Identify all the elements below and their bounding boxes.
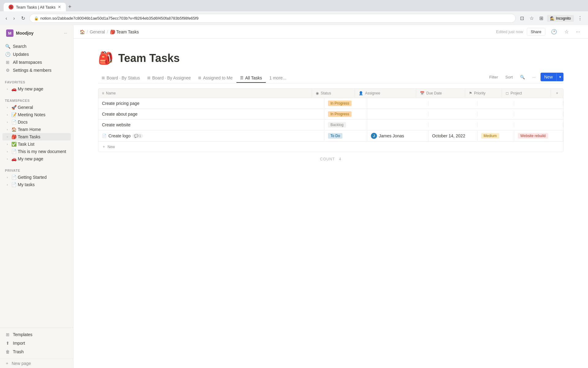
sidebar-item-team-tasks[interactable]: › 🎒 Team Tasks xyxy=(2,133,71,140)
browser-tab-active[interactable]: N Team Tasks | All Tasks × xyxy=(4,3,66,11)
row-1-project-cell xyxy=(514,101,563,106)
sort-button[interactable]: Sort xyxy=(503,74,515,81)
tab-assigned-to-me[interactable]: ⊞ Assigned to Me xyxy=(194,74,236,83)
status-col-label: Status xyxy=(321,91,331,95)
lock-icon: 🔒 xyxy=(34,16,39,21)
add-new-row-button[interactable]: ＋ New xyxy=(98,142,563,152)
templates-button[interactable]: ⊞ Templates xyxy=(2,330,71,339)
sidebar-item-settings[interactable]: ⚙ Settings & members xyxy=(2,66,71,74)
sidebar-item-updates[interactable]: 🕐 Updates xyxy=(2,50,71,58)
row-4-due-date: October 14, 2022 xyxy=(432,133,465,138)
sidebar-item-my-new-page[interactable]: › 🚗 My new page xyxy=(2,85,71,93)
sidebar-item-search[interactable]: 🔍 Search xyxy=(2,42,71,50)
trash-button[interactable]: 🗑 Trash xyxy=(2,347,71,356)
new-page-button[interactable]: ＋ New page xyxy=(0,358,73,368)
table-row[interactable]: 📄 Create logo 💬 1 To Do J James Jonas xyxy=(98,130,563,142)
back-button[interactable]: ‹ xyxy=(4,14,9,22)
url-text: notion.so/2abbade7c80046b1ae50d1a75ecc70… xyxy=(40,16,199,21)
table-row[interactable]: Create about page In Progress xyxy=(98,109,563,120)
col-due-date: 📅 Due Date xyxy=(416,89,465,98)
due-col-icon: 📅 xyxy=(420,91,424,95)
sidebar-item-team-home[interactable]: › 🏠 Team Home xyxy=(2,126,71,133)
more-options-icon[interactable]: ⋮ xyxy=(576,14,584,22)
extension-icon[interactable]: ⊞ xyxy=(537,14,545,22)
team-tasks-label: Team Tasks xyxy=(18,134,68,139)
more-topbar-icon[interactable]: ··· xyxy=(574,28,582,36)
sidebar-item-meeting-notes[interactable]: › 📝 Meeting Notes xyxy=(2,111,71,118)
view-tabs: ⊞ Board · By Status ⊞ Board · By Assigne… xyxy=(98,73,564,83)
breadcrumb-sep: / xyxy=(87,29,88,34)
sidebar-item-getting-started[interactable]: › 📄 Getting Started xyxy=(2,174,71,181)
search-icon-button[interactable]: 🔍 xyxy=(518,74,527,81)
row-4-project-badge: Website rebuild xyxy=(518,133,548,139)
app-container: M Moodjoy ··· 🔍 Search 🕐 Updates ⊞ All t… xyxy=(0,25,588,368)
getting-started-icon: 📄 xyxy=(11,175,17,180)
row-2-status-badge: In Progress xyxy=(328,111,352,117)
refresh-button[interactable]: ↻ xyxy=(19,14,27,22)
more-actions-button[interactable]: ··· xyxy=(530,74,538,81)
forward-button[interactable]: › xyxy=(11,14,17,22)
board-status-label: Board · By Status xyxy=(107,75,140,80)
share-button[interactable]: Share xyxy=(527,28,545,36)
new-document-icon: 📄 xyxy=(11,149,17,154)
row-2-due-cell xyxy=(428,112,477,117)
table-row[interactable]: Create pricing page In Progress xyxy=(98,98,563,109)
row-1-priority-cell xyxy=(477,101,514,106)
star-icon[interactable]: ☆ xyxy=(528,14,536,22)
private-section-title: Private xyxy=(2,169,71,172)
add-column-button[interactable]: + xyxy=(551,89,563,98)
add-new-row-plus: ＋ xyxy=(102,144,106,149)
row-2-status-cell: In Progress xyxy=(324,109,367,119)
sidebar-item-my-tasks[interactable]: › 📄 My tasks xyxy=(2,181,71,188)
sidebar-item-my-new-page-2[interactable]: › 🚗 My new page xyxy=(2,155,71,163)
sidebar-item-task-list[interactable]: › ✅ Task List xyxy=(2,140,71,148)
settings-icon: ⚙ xyxy=(5,68,10,73)
sidebar-item-general[interactable]: › 🚀 General xyxy=(2,104,71,111)
row-4-comment-badge: 💬 1 xyxy=(132,134,143,138)
import-button[interactable]: ⬆ Import xyxy=(2,339,71,347)
sidebar-item-new-document[interactable]: › 📄 This is my new document xyxy=(2,148,71,155)
import-icon: ⬆ xyxy=(5,341,10,346)
comment-icon: 💬 xyxy=(134,134,138,138)
my-tasks-label: My tasks xyxy=(18,182,68,187)
priority-col-label: Priority xyxy=(474,91,485,95)
more-tabs-button[interactable]: 1 more... xyxy=(266,74,290,82)
new-record-dropdown-button[interactable]: ▾ xyxy=(556,73,564,81)
database-table: ≡ Name ◉ Status 👤 Assignee 📅 Due Date xyxy=(98,88,564,152)
col-priority: ⚑ Priority xyxy=(465,89,502,98)
row-3-status-cell: Backlog xyxy=(324,120,367,130)
page-emoji: 🎒 xyxy=(98,51,113,65)
row-4-assignee-cell: J James Jonas xyxy=(367,130,428,141)
table-row[interactable]: Create website Backlog xyxy=(98,120,563,130)
clock-icon[interactable]: 🕐 xyxy=(549,28,559,36)
row-4-name: Create logo xyxy=(108,133,130,138)
new-tab-button[interactable]: + xyxy=(66,2,74,11)
close-tab-button[interactable]: × xyxy=(58,5,61,10)
row-3-due-cell xyxy=(428,122,477,127)
teamspaces-section-title: Teamspaces xyxy=(2,99,71,102)
tab-all-tasks[interactable]: ☰ All Tasks xyxy=(236,74,266,83)
expand-arrow-icon: › xyxy=(5,113,10,117)
favorites-section: Favorites › 🚗 My new page xyxy=(0,75,73,94)
star-topbar-icon[interactable]: ☆ xyxy=(563,28,571,36)
tab-favicon: N xyxy=(9,5,13,10)
count-label: COUNT xyxy=(320,157,335,161)
row-1-status-badge: In Progress xyxy=(328,101,352,106)
trash-icon: 🗑 xyxy=(5,349,10,354)
add-new-row-label: New xyxy=(107,145,115,149)
breadcrumb-general[interactable]: General xyxy=(90,29,105,34)
new-record-button[interactable]: New xyxy=(541,73,556,81)
board-assignee-icon: ⊞ xyxy=(147,76,150,80)
tab-board-status[interactable]: ⊞ Board · By Status xyxy=(98,74,144,83)
tab-board-assignee[interactable]: ⊞ Board · By Assignee xyxy=(144,74,194,83)
workspace-header[interactable]: M Moodjoy ··· xyxy=(4,28,70,39)
sidebar-item-docs[interactable]: › 📄 Docs xyxy=(2,118,71,126)
address-bar[interactable]: 🔒 notion.so/2abbade7c80046b1ae50d1a75ecc… xyxy=(29,14,516,23)
sidebar-item-all-teamspaces[interactable]: ⊞ All teamspaces xyxy=(2,58,71,66)
workspace-chevron-icon: ··· xyxy=(64,31,67,35)
cast-icon[interactable]: ⊡ xyxy=(518,14,526,22)
my-new-page-2-icon: 🚗 xyxy=(11,156,17,161)
row-4-project-cell: Website rebuild xyxy=(514,131,563,141)
incognito-button[interactable]: 🕵 Incognito xyxy=(547,15,574,22)
filter-button[interactable]: Filter xyxy=(487,74,500,81)
